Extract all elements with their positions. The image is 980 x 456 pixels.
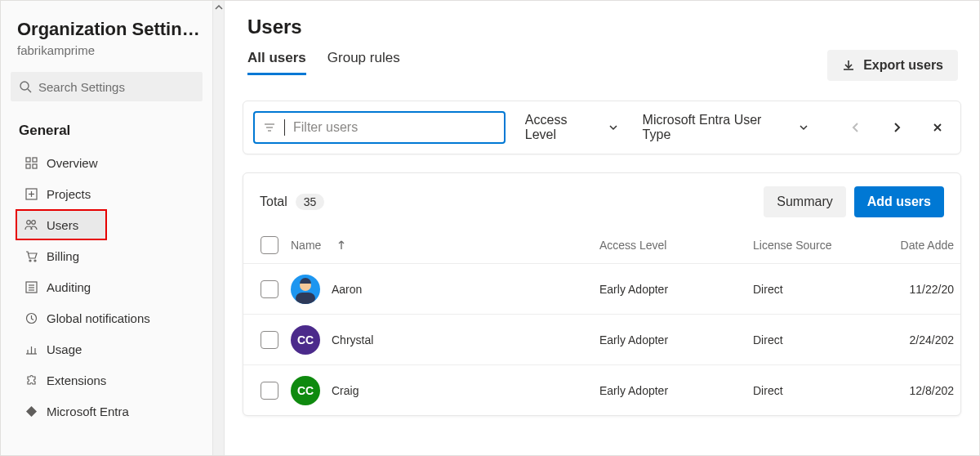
user-access: Early Adopter [599,333,753,346]
people-icon [24,219,38,230]
sidebar-item-label: Auditing [47,280,91,294]
sidebar: Organization Settin… fabrikamprime Searc… [1,1,213,455]
column-header-date[interactable]: Date Adde [892,239,956,252]
plus-box-icon [24,188,38,200]
prev-page-button[interactable] [843,114,869,141]
sidebar-item-label: Microsoft Entra [47,405,129,418]
row-checkbox[interactable] [261,331,278,349]
sidebar-item-auditing[interactable]: Auditing [1,271,212,302]
table-row[interactable]: AaronEarly AdopterDirect11/22/20 [243,263,960,314]
total-count: 35 [296,194,325,210]
org-name: fabrikamprime [17,43,199,57]
puzzle-icon [24,374,38,387]
filter-placeholder: Filter users [293,120,358,135]
sidebar-item-label: Extensions [47,373,106,387]
user-date: 12/8/202 [892,384,956,397]
search-placeholder: Search Settings [38,80,125,94]
user-name: Chrystal [332,333,373,346]
avatar: CC [291,376,320,405]
svg-point-0 [20,82,29,90]
sidebar-item-label: Overview [47,156,98,170]
svg-point-12 [34,260,36,262]
svg-point-11 [29,260,31,262]
scroll-up-icon[interactable] [213,1,224,14]
tab-group-rules[interactable]: Group rules [327,50,400,75]
svg-rect-4 [26,164,30,168]
list-icon [24,281,38,293]
tab-all-users[interactable]: All users [247,50,306,75]
summary-button[interactable]: Summary [764,186,845,217]
sidebar-search[interactable]: Search Settings [11,72,203,101]
row-checkbox[interactable] [261,280,278,298]
svg-rect-26 [296,293,315,304]
row-checkbox[interactable] [261,382,278,400]
sidebar-scrollbar[interactable] [213,1,225,455]
user-date: 2/24/202 [892,333,956,346]
export-users-button[interactable]: Export users [827,50,958,81]
cart-icon [24,250,38,262]
filter-users-input[interactable]: Filter users [253,111,506,144]
text-cursor [284,119,285,136]
table-row[interactable]: CCCraigEarly AdopterDirect12/8/202 [243,364,960,415]
svg-rect-3 [33,158,37,162]
column-header-access[interactable]: Access Level [599,239,753,252]
sidebar-item-users[interactable]: Users [16,209,107,240]
user-source: Direct [753,384,892,397]
avatar [291,275,320,304]
users-card: Total 35 Summary Add users Name [243,172,961,416]
download-icon [842,59,855,72]
sidebar-item-projects[interactable]: Projects [1,178,212,209]
sidebar-nav: OverviewProjectsUsersBillingAuditingGlob… [1,147,212,427]
user-access: Early Adopter [599,283,753,296]
main-content: Users All users Group rules Export users [225,1,979,455]
sidebar-item-global-notifications[interactable]: Global notifications [1,302,212,333]
grid-icon [24,157,38,169]
sidebar-item-label: Usage [47,342,82,356]
sidebar-item-label: Projects [47,187,91,201]
table-row[interactable]: CCChrystalEarly AdopterDirect2/24/202 [243,314,960,364]
svg-line-1 [28,89,31,92]
clock-icon [24,312,38,324]
access-level-dropdown[interactable]: Access Level [520,110,623,145]
chevron-down-icon [799,123,808,132]
filter-bar: Filter users Access Level Microsoft Entr… [243,101,961,154]
sidebar-item-extensions[interactable]: Extensions [1,364,212,396]
user-date: 11/22/20 [892,283,956,296]
user-source: Direct [753,283,892,296]
clear-filters-button[interactable] [924,114,951,141]
select-all-checkbox[interactable] [261,236,278,254]
total-label: Total [260,194,287,209]
column-header-source[interactable]: License Source [753,239,892,252]
table-header-row: Name Access Level License Source Date Ad… [243,227,960,263]
tabs: All users Group rules [247,50,400,76]
svg-rect-5 [33,164,37,168]
sidebar-item-label: Billing [47,249,79,263]
sidebar-item-overview[interactable]: Overview [1,147,212,178]
user-source: Direct [753,333,892,346]
sort-asc-icon [337,240,345,250]
org-settings-title: Organization Settin… [17,19,199,40]
sidebar-item-microsoft-entra[interactable]: Microsoft Entra [1,396,212,427]
sidebar-item-label: Global notifications [47,311,150,325]
sidebar-item-usage[interactable]: Usage [1,333,212,364]
svg-point-10 [32,221,36,225]
page-title: Users [247,16,400,38]
search-icon [19,80,32,93]
sidebar-section-general: General [1,111,212,147]
bar-chart-icon [24,343,38,355]
add-users-button[interactable]: Add users [854,186,944,217]
filter-icon [263,121,276,134]
next-page-button[interactable] [884,114,910,141]
sidebar-item-billing[interactable]: Billing [1,240,212,271]
column-header-name[interactable]: Name [291,239,599,252]
chevron-down-icon [608,123,618,132]
sidebar-item-label: Users [47,218,78,232]
avatar: CC [291,325,320,355]
user-name: Aaron [332,283,362,296]
entra-user-type-dropdown[interactable]: Microsoft Entra User Type [638,110,814,145]
users-table: Name Access Level License Source Date Ad… [243,227,960,415]
svg-rect-2 [26,158,30,162]
user-name: Craig [332,384,359,397]
user-access: Early Adopter [599,384,753,397]
diamond-icon [24,405,38,418]
